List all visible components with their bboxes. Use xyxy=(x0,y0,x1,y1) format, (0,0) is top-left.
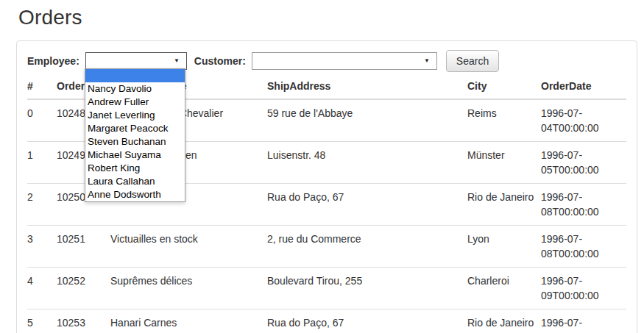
cell-order-date: 1996-07-10T00:00:00 xyxy=(541,309,626,333)
cell-order-id: 10251 xyxy=(57,226,110,268)
orders-panel: Employee: ▼ Customer: ▼ Search Nancy Dav… xyxy=(16,40,637,333)
cell-city: Rio de Janeiro xyxy=(467,184,541,226)
cell-ship-address: Rua do Paço, 67 xyxy=(267,309,467,333)
cell-customer: Victuailles en stock xyxy=(110,226,267,268)
employee-option[interactable] xyxy=(85,69,185,82)
cell-index: 1 xyxy=(27,142,57,184)
cell-customer: Suprêmes délices xyxy=(110,268,267,309)
cell-index: 4 xyxy=(27,268,57,309)
cell-order-date: 1996-07-08T00:00:00 xyxy=(541,184,626,226)
cell-customer: Hanari Carnes xyxy=(110,309,267,333)
cell-ship-address: Luisenstr. 48 xyxy=(267,142,467,184)
employee-option[interactable]: Margaret Peacock xyxy=(85,122,185,135)
employee-option[interactable]: Michael Suyama xyxy=(85,148,185,162)
cell-index: 2 xyxy=(27,184,57,226)
cell-ship-address: 59 rue de l'Abbaye xyxy=(267,99,467,142)
employee-label: Employee: xyxy=(27,55,79,67)
table-row: 310251Victuailles en stock2, rue du Comm… xyxy=(27,226,626,268)
column-header-shipaddress: ShipAddress xyxy=(267,74,467,99)
table-row: 410252Suprêmes délicesBoulevard Tirou, 2… xyxy=(27,268,626,309)
search-button[interactable]: Search xyxy=(446,50,499,72)
cell-index: 3 xyxy=(27,226,57,268)
cell-index: 0 xyxy=(27,99,57,142)
cell-order-date: 1996-07-08T00:00:00 xyxy=(541,226,626,268)
cell-order-id: 10253 xyxy=(57,309,110,333)
cell-city: Lyon xyxy=(467,226,541,268)
cell-ship-address: 2, rue du Commerce xyxy=(267,226,467,268)
column-header-orderdate: OrderDate xyxy=(541,74,626,99)
cell-city: Charleroi xyxy=(467,268,541,309)
employee-option[interactable]: Laura Callahan xyxy=(85,175,185,188)
employee-option[interactable]: Steven Buchanan xyxy=(85,135,185,148)
employee-option[interactable]: Robert King xyxy=(85,162,185,175)
cell-city: Reims xyxy=(467,99,541,142)
cell-order-date: 1996-07-04T00:00:00 xyxy=(541,99,626,142)
cell-city: Münster xyxy=(467,142,541,184)
cell-city: Rio de Janeiro xyxy=(467,309,541,333)
employee-option[interactable]: Nancy Davolio xyxy=(85,82,185,96)
cell-order-date: 1996-07-09T00:00:00 xyxy=(541,268,626,309)
cell-ship-address: Rua do Paço, 67 xyxy=(267,184,467,226)
column-header-index: # xyxy=(27,74,57,99)
cell-order-date: 1996-07-05T00:00:00 xyxy=(541,142,626,184)
employee-option[interactable]: Anne Dodsworth xyxy=(85,188,185,201)
table-row: 510253Hanari CarnesRua do Paço, 67Rio de… xyxy=(27,309,626,333)
employee-option[interactable]: Janet Leverling xyxy=(85,109,185,122)
employee-option[interactable]: Andrew Fuller xyxy=(85,96,185,109)
cell-ship-address: Boulevard Tirou, 255 xyxy=(267,268,467,309)
cell-order-id: 10252 xyxy=(57,268,110,309)
chevron-down-icon: ▼ xyxy=(424,58,430,64)
customer-select[interactable]: ▼ xyxy=(252,52,437,70)
cell-index: 5 xyxy=(27,309,57,333)
page-title: Orders xyxy=(18,6,644,29)
employee-select[interactable]: ▼ xyxy=(85,52,187,70)
employee-dropdown-list[interactable]: Nancy DavolioAndrew FullerJanet Leverlin… xyxy=(85,68,185,202)
chevron-down-icon: ▼ xyxy=(174,58,180,64)
customer-label: Customer: xyxy=(194,55,246,67)
column-header-city: City xyxy=(467,74,541,99)
